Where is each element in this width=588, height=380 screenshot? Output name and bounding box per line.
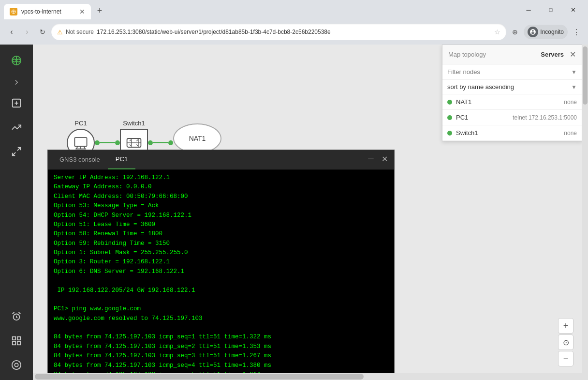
svg-point-18 <box>15 363 18 366</box>
zoom-reset-button[interactable]: ⊙ <box>558 334 573 350</box>
scrollbar-thumb[interactable] <box>583 46 588 105</box>
svg-line-11 <box>13 312 15 314</box>
sidebar-item-alarm[interactable] <box>4 305 29 328</box>
filter-row: ▼ <box>442 64 582 80</box>
node-nat1-label: NAT1 <box>189 135 206 142</box>
menu-button[interactable]: ⋮ <box>570 25 583 39</box>
svg-line-12 <box>19 312 21 314</box>
nat1-icon: NAT1 <box>173 123 221 153</box>
tab-bar: vpcs-to-internet ✕ + <box>4 0 517 19</box>
zoom-controls: + ⊙ − <box>558 318 573 366</box>
canvas-area: PC1 Switch1 <box>33 45 588 380</box>
node-row-nat1[interactable]: NAT1 none <box>442 94 582 110</box>
sort-row: sort by name ascending ▼ <box>442 80 582 94</box>
node-status-dot-nat1 <box>447 100 452 105</box>
sidebar-item-layout[interactable] <box>4 330 29 352</box>
window-controls: ─ □ ✕ <box>517 3 584 16</box>
svg-point-17 <box>12 361 21 369</box>
sidebar-item-snapshot[interactable] <box>4 354 29 376</box>
minimize-button[interactable]: ─ <box>517 3 540 16</box>
sidebar-expand-button[interactable] <box>4 75 29 90</box>
filter-nodes-input[interactable] <box>447 68 571 76</box>
browser-chrome: vpcs-to-internet ✕ + ─ □ ✕ ‹ › ↻ ⚠ Not s… <box>0 0 588 45</box>
reload-button[interactable]: ↻ <box>36 25 49 39</box>
console-panel: GNS3 console PC1 ─ ✕ Server IP Address: … <box>47 150 395 373</box>
svg-rect-15 <box>17 342 20 345</box>
panel-servers-title[interactable]: Servers <box>541 51 564 58</box>
bottom-scrollbar-thumb[interactable] <box>35 374 364 380</box>
sidebar-item-add[interactable] <box>4 92 29 114</box>
close-window-button[interactable]: ✕ <box>562 3 584 16</box>
node-console-pc1: telnet 172.16.253.1:5000 <box>513 114 577 121</box>
connector-pc1-sw1 <box>95 140 120 145</box>
sidebar-item-fullscreen[interactable] <box>4 140 29 163</box>
filter-chevron-icon[interactable]: ▼ <box>571 69 577 76</box>
zoom-in-button[interactable]: + <box>558 318 573 334</box>
address-bar[interactable]: ⚠ Not secure 172.16.253.1:3080/static/we… <box>51 24 506 40</box>
node-name-nat1: NAT1 <box>456 98 564 106</box>
bottom-scrollbar[interactable] <box>33 373 582 380</box>
not-secure-label: Not secure <box>66 29 94 35</box>
page-scrollbar[interactable] <box>582 45 588 380</box>
tab-title: vpcs-to-internet <box>21 8 61 15</box>
extensions-button[interactable]: ⊕ <box>508 25 522 39</box>
active-tab[interactable]: vpcs-to-internet ✕ <box>4 4 91 19</box>
tab-gns3-console[interactable]: GNS3 console <box>52 150 108 169</box>
sidebar <box>0 45 33 380</box>
connector-sw1-nat1 <box>148 140 173 145</box>
right-panel: Map topology Servers ✕ ▼ sort by name as… <box>442 45 582 141</box>
node-console-switch1: none <box>564 130 577 137</box>
console-output: Server IP Address: 192.168.122.1 Gateway… <box>48 169 394 373</box>
app-body: PC1 Switch1 <box>0 45 588 380</box>
profile-label: Incognito <box>540 29 564 35</box>
node-status-dot-switch1 <box>447 131 452 136</box>
restore-button[interactable]: □ <box>540 3 562 16</box>
svg-line-9 <box>13 152 15 155</box>
console-close-button[interactable]: ✕ <box>379 153 390 165</box>
forward-button[interactable]: › <box>20 25 34 39</box>
node-console-nat1: none <box>564 99 577 106</box>
node-row-pc1[interactable]: PC1 telnet 172.16.253.1:5000 <box>442 110 582 125</box>
right-panel-header: Map topology Servers ✕ <box>442 45 582 64</box>
security-warning-icon: ⚠ <box>57 29 63 36</box>
panel-map-topology-title[interactable]: Map topology <box>448 51 486 58</box>
bookmark-icon[interactable]: ☆ <box>494 28 500 36</box>
console-header: GNS3 console PC1 ─ ✕ <box>48 150 394 169</box>
sort-label: sort by name ascending <box>447 83 571 91</box>
new-tab-button[interactable]: + <box>93 4 106 17</box>
profile-button[interactable]: Incognito <box>524 25 568 39</box>
sidebar-item-logo[interactable] <box>4 48 29 73</box>
tab-favicon <box>10 8 17 15</box>
svg-line-8 <box>17 148 20 151</box>
incognito-icon <box>528 27 538 37</box>
panel-close-icon[interactable]: ✕ <box>570 50 576 59</box>
sidebar-item-analytics[interactable] <box>4 116 29 138</box>
address-url: 172.16.253.1:3080/static/web-ui/server/1… <box>97 29 491 35</box>
back-button[interactable]: ‹ <box>5 25 18 39</box>
node-name-switch1: Switch1 <box>456 129 564 137</box>
node-status-dot-pc1 <box>447 115 452 120</box>
svg-rect-19 <box>74 137 87 146</box>
node-row-switch1[interactable]: Switch1 none <box>442 125 582 141</box>
tab-close-icon[interactable]: ✕ <box>79 8 85 15</box>
node-pc1-label: PC1 <box>74 120 87 127</box>
tab-pc1[interactable]: PC1 <box>108 150 135 169</box>
svg-rect-13 <box>13 337 15 340</box>
node-switch1-label: Switch1 <box>123 120 145 127</box>
svg-rect-16 <box>13 342 15 345</box>
node-nat1[interactable]: NAT1 <box>173 123 221 153</box>
zoom-out-button[interactable]: − <box>558 351 573 366</box>
console-minimize-button[interactable]: ─ <box>365 153 377 165</box>
sort-chevron-icon[interactable]: ▼ <box>571 84 577 91</box>
svg-rect-14 <box>17 337 20 340</box>
node-list: NAT1 none PC1 telnet 172.16.253.1:5000 S… <box>442 94 582 141</box>
node-name-pc1: PC1 <box>456 114 513 121</box>
